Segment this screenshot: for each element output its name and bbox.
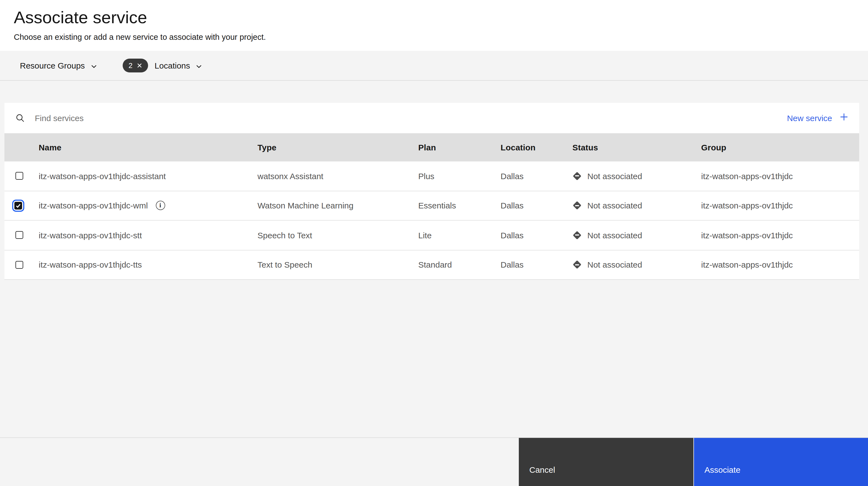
service-name: itz-watson-apps-ov1thjdc-assistant [39, 171, 166, 181]
status-text: Not associated [587, 260, 642, 269]
associate-button[interactable]: Associate [694, 438, 868, 486]
locations-selected-count: 2 [128, 61, 132, 70]
service-location: Dallas [501, 201, 572, 210]
status-text: Not associated [587, 231, 642, 240]
undefined-status-diamond-icon [572, 172, 581, 180]
service-plan: Lite [418, 231, 501, 240]
resource-groups-label: Resource Groups [20, 61, 85, 70]
row-checkbox[interactable] [16, 261, 23, 269]
associate-service-dialog: Associate service Choose an existing or … [0, 0, 868, 486]
page-subtitle: Choose an existing or add a new service … [14, 33, 868, 41]
service-plan: Standard [418, 260, 501, 269]
column-header-location: Location [501, 143, 572, 152]
column-header-status: Status [572, 143, 701, 152]
undefined-status-diamond-icon [572, 260, 581, 269]
service-location: Dallas [501, 231, 572, 240]
plus-icon [840, 113, 848, 123]
service-location: Dallas [501, 171, 572, 181]
column-header-type: Type [257, 143, 418, 152]
service-group: itz-watson-apps-ov1thjdc [701, 201, 859, 210]
services-card: New service Name Type Plan Location Stat… [4, 103, 859, 280]
undefined-status-diamond-icon [572, 231, 581, 240]
undefined-status-diamond-icon [572, 201, 581, 210]
table-toolbar: New service [4, 103, 859, 133]
table-header-row: Name Type Plan Location Status Group [4, 133, 859, 162]
row-checkbox-checked[interactable] [14, 202, 22, 209]
service-name: itz-watson-apps-ov1thjdc-wml [39, 201, 148, 210]
row-checkbox[interactable] [16, 172, 23, 180]
locations-filter-tag: 2 [122, 59, 148, 73]
status-text: Not associated [587, 171, 642, 181]
service-location: Dallas [501, 260, 572, 269]
chevron-down-icon [90, 61, 97, 70]
column-header-name: Name [34, 143, 257, 152]
service-name: itz-watson-apps-ov1thjdc-tts [39, 260, 142, 269]
row-checkbox-focus-ring [12, 200, 24, 212]
service-name: itz-watson-apps-ov1thjdc-stt [39, 231, 142, 240]
page-title: Associate service [14, 8, 868, 28]
cancel-button[interactable]: Cancel [519, 438, 693, 486]
locations-label: Locations [155, 61, 190, 70]
search-input[interactable] [35, 113, 267, 123]
table-row: itz-watson-apps-ov1thjdc-assistant watso… [4, 162, 859, 191]
new-service-button[interactable]: New service [787, 113, 859, 123]
service-type: Text to Speech [257, 260, 418, 269]
search-icon [16, 113, 25, 123]
service-group: itz-watson-apps-ov1thjdc [701, 171, 859, 181]
table-row: itz-watson-apps-ov1thjdc-tts Text to Spe… [4, 250, 859, 280]
column-header-plan: Plan [418, 143, 501, 152]
page-header: Associate service Choose an existing or … [0, 0, 868, 51]
filter-bar: Resource Groups 2 Locations [0, 51, 868, 81]
service-group: itz-watson-apps-ov1thjdc [701, 231, 859, 240]
locations-dropdown[interactable]: Locations [155, 61, 202, 70]
service-plan: Essentials [418, 201, 501, 210]
service-plan: Plus [418, 171, 501, 181]
chevron-down-icon [195, 61, 202, 70]
dialog-footer: Cancel Associate [0, 437, 868, 486]
information-icon[interactable]: i [156, 201, 165, 210]
service-group: itz-watson-apps-ov1thjdc [701, 260, 859, 269]
table-row: itz-watson-apps-ov1thjdc-stt Speech to T… [4, 221, 859, 250]
close-icon[interactable] [136, 62, 143, 68]
service-type: watsonx Assistant [257, 171, 418, 181]
status-text: Not associated [587, 201, 642, 210]
service-type: Speech to Text [257, 231, 418, 240]
search-area [4, 113, 787, 123]
new-service-label: New service [787, 113, 832, 123]
column-header-group: Group [701, 143, 859, 152]
service-type: Watson Machine Learning [257, 201, 418, 210]
resource-groups-dropdown[interactable]: Resource Groups [20, 61, 97, 70]
row-checkbox[interactable] [16, 231, 23, 239]
table-row: itz-watson-apps-ov1thjdc-wml i Watson Ma… [4, 191, 859, 221]
